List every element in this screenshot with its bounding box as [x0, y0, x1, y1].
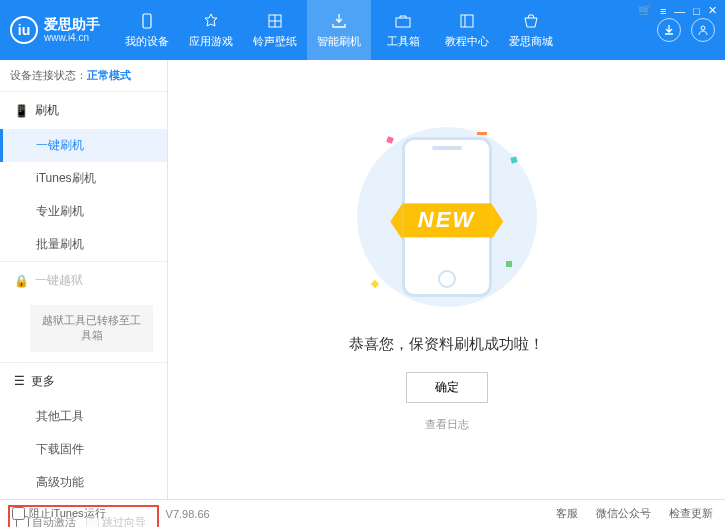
sidebar-more-item-0[interactable]: 其他工具 — [0, 400, 167, 433]
svg-rect-0 — [143, 14, 151, 28]
svg-rect-3 — [461, 15, 473, 27]
close-icon[interactable]: ✕ — [708, 4, 717, 17]
nav-item-3[interactable]: 智能刷机 — [307, 0, 371, 60]
main-content: NEW 恭喜您，保资料刷机成功啦！ 确定 查看日志 — [168, 60, 725, 499]
logo: iu 爱思助手 www.i4.cn — [10, 16, 100, 45]
app-name: 爱思助手 — [44, 16, 100, 33]
jailbreak-note: 越狱工具已转移至工具箱 — [30, 305, 153, 352]
nav-item-1[interactable]: 应用游戏 — [179, 0, 243, 60]
maximize-icon[interactable]: □ — [693, 5, 700, 17]
nav-item-5[interactable]: 教程中心 — [435, 0, 499, 60]
footer-link-0[interactable]: 客服 — [556, 506, 578, 521]
nav-icon — [394, 12, 412, 30]
sidebar-jailbreak-header[interactable]: 🔒 一键越狱 — [0, 262, 167, 299]
nav-item-4[interactable]: 工具箱 — [371, 0, 435, 60]
sidebar-flash-item-3[interactable]: 批量刷机 — [0, 228, 167, 261]
nav-icon — [202, 12, 220, 30]
view-log-link[interactable]: 查看日志 — [425, 417, 469, 432]
logo-icon: iu — [10, 16, 38, 44]
nav-icon — [138, 12, 156, 30]
skip-guide-checkbox[interactable]: 跳过向导 — [86, 515, 146, 527]
nav-item-6[interactable]: 爱思商城 — [499, 0, 563, 60]
sidebar-flash-item-2[interactable]: 专业刷机 — [0, 195, 167, 228]
cart-icon[interactable]: 🛒 — [638, 4, 652, 17]
sidebar-more-item-1[interactable]: 下载固件 — [0, 433, 167, 466]
sidebar-flash-item-0[interactable]: 一键刷机 — [0, 129, 167, 162]
svg-point-4 — [701, 26, 705, 30]
nav-icon — [330, 12, 348, 30]
nav-icon — [266, 12, 284, 30]
ok-button[interactable]: 确定 — [406, 372, 488, 403]
list-icon: ☰ — [14, 374, 25, 388]
sidebar-flash-item-1[interactable]: iTunes刷机 — [0, 162, 167, 195]
nav-item-2[interactable]: 铃声壁纸 — [243, 0, 307, 60]
version-label: V7.98.66 — [166, 508, 210, 520]
download-button[interactable] — [657, 18, 681, 42]
footer-link-1[interactable]: 微信公众号 — [596, 506, 651, 521]
lock-icon: 🔒 — [14, 274, 29, 288]
svg-rect-2 — [396, 18, 410, 27]
sidebar-more-header[interactable]: ☰ 更多 — [0, 363, 167, 400]
sidebar-flash-header[interactable]: 📱 刷机 — [0, 92, 167, 129]
footer-link-2[interactable]: 检查更新 — [669, 506, 713, 521]
nav-icon — [522, 12, 540, 30]
nav-icon — [458, 12, 476, 30]
success-message: 恭喜您，保资料刷机成功啦！ — [349, 335, 544, 354]
nav: 我的设备应用游戏铃声壁纸智能刷机工具箱教程中心爱思商城 — [115, 0, 657, 60]
nav-item-0[interactable]: 我的设备 — [115, 0, 179, 60]
success-illustration: NEW — [367, 127, 527, 307]
header: iu 爱思助手 www.i4.cn 我的设备应用游戏铃声壁纸智能刷机工具箱教程中… — [0, 0, 725, 60]
new-banner: NEW — [402, 203, 491, 237]
minimize-icon[interactable]: — — [674, 5, 685, 17]
menu-icon[interactable]: ≡ — [660, 5, 666, 17]
app-url: www.i4.cn — [44, 32, 100, 44]
user-button[interactable] — [691, 18, 715, 42]
connection-status: 设备连接状态：正常模式 — [0, 60, 167, 92]
phone-icon: 📱 — [14, 104, 29, 118]
sidebar: 设备连接状态：正常模式 📱 刷机 一键刷机iTunes刷机专业刷机批量刷机 🔒 … — [0, 60, 168, 499]
sidebar-more-item-2[interactable]: 高级功能 — [0, 466, 167, 499]
